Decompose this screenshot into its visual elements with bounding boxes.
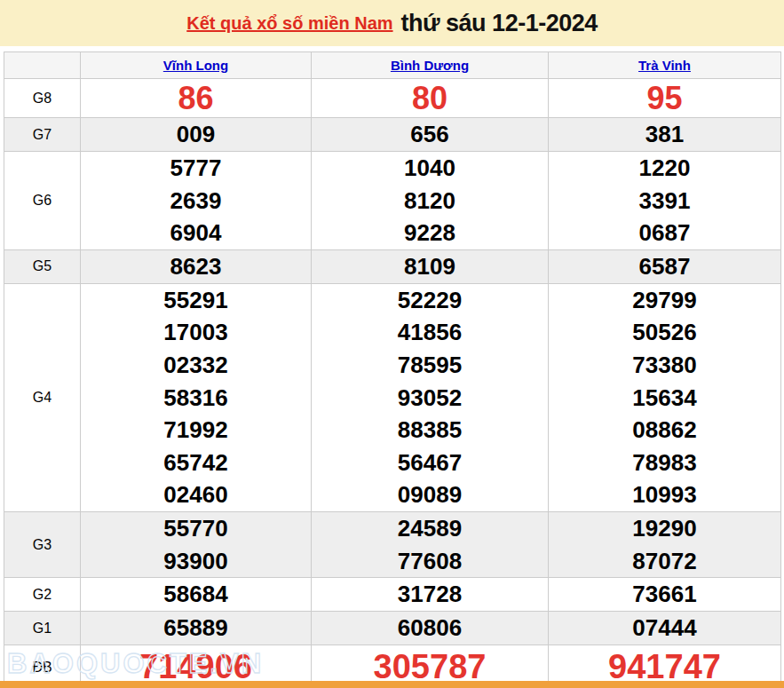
prize-cell: 80 [312,79,549,118]
prize-number: 1040 [312,152,548,185]
prize-label: G2 [4,578,81,612]
prize-number: 78595 [312,349,548,382]
prize-number: 08862 [549,414,780,447]
lottery-results-table: Vĩnh LongBình DươngTrà Vinh G8868095G700… [4,51,781,688]
prize-cell: 381 [549,118,781,152]
prize-number: 78983 [549,447,780,479]
prize-number: 86 [81,79,311,117]
prize-cell: 29799505267338015634088627898310993 [549,283,781,511]
prize-number: 8623 [81,250,311,283]
prize-cell: 07444 [549,612,781,645]
prize-number: 0687 [549,217,780,249]
prize-number: 07444 [549,612,780,645]
prize-number: 88385 [312,414,548,447]
prize-number: 009 [81,118,311,151]
prize-cell: 8623 [81,249,312,283]
prize-number: 95 [549,79,780,117]
prize-label: G4 [4,283,81,511]
prize-number: 19290 [549,512,780,545]
prize-cell: 1929087072 [549,511,781,577]
prize-number: 5777 [81,152,311,185]
prize-number: 1220 [549,152,780,185]
prize-number: 60806 [312,612,548,645]
prize-cell: 104081209228 [312,152,549,250]
prize-number: 55770 [81,512,311,545]
prize-label: G5 [4,249,81,283]
prize-cell: 58684 [81,578,312,612]
province-link-binh-duong[interactable]: Bình Dương [391,58,469,73]
prize-number: 10993 [549,478,780,511]
prize-number: 15634 [549,382,780,415]
prize-number: 41856 [312,316,548,349]
prize-number: 52229 [312,284,548,317]
prize-number: 29799 [549,284,780,317]
province-link-vinh-long[interactable]: Vĩnh Long [163,58,228,73]
prize-number: 656 [312,118,548,151]
prize-number: 73661 [549,578,780,611]
prize-cell: 52229418567859593052883855646709089 [312,283,549,511]
prize-number: 8120 [312,185,548,217]
prize-number: 58316 [81,382,311,415]
prize-cell: 95 [549,79,781,118]
prize-cell: 2458977608 [312,511,549,577]
region-title-link[interactable]: Kết quả xổ số miền Nam [186,13,392,34]
prize-number: 87072 [549,545,780,578]
province-header-row: Vĩnh LongBình DươngTrà Vinh [4,52,781,79]
prize-label: G8 [4,79,81,118]
prize-label: G1 [4,612,81,645]
prize-number: 93900 [81,545,311,578]
prize-label: G6 [4,152,81,250]
prize-number: 381 [549,118,780,151]
prize-cell: 60806 [312,612,549,645]
draw-date-text: thứ sáu 12-1-2024 [401,10,598,37]
prize-row-g2: G2586843172873661 [4,578,781,612]
prize-cell: 5577093900 [81,511,312,577]
prize-number: 02332 [81,349,311,382]
prize-cell: 31728 [312,578,549,612]
prize-number: 6587 [549,250,780,283]
prize-number: 9228 [312,217,548,249]
page-title-banner: Kết quả xổ số miền Nam thứ sáu 12-1-2024 [0,0,784,46]
prize-cell: 009 [81,118,312,152]
prize-cell: 6587 [549,249,781,283]
prize-cell: 65889 [81,612,312,645]
prize-number: 02460 [81,478,311,511]
prize-number: 17003 [81,316,311,349]
bottom-accent-bar [0,681,784,688]
prize-cell: 8109 [312,249,549,283]
prize-cell: 577726396904 [81,152,312,250]
corner-cell [4,52,81,79]
prize-label: G3 [4,511,81,577]
prize-number: 58684 [81,578,311,611]
prize-number: 77608 [312,545,548,578]
prize-number: 50526 [549,316,780,349]
prize-number: 65742 [81,447,311,479]
prize-number: 31728 [312,578,548,611]
prize-cell: 122033910687 [549,152,781,250]
prize-number: 80 [312,79,548,117]
prize-row-g4: G455291170030233258316719926574202460522… [4,283,781,511]
prize-row-g1: G1658896080607444 [4,612,781,645]
prize-row-g8: G8868095 [4,79,781,118]
prize-number: 24589 [312,512,548,545]
province-header: Vĩnh Long [81,52,312,79]
prize-cell: 73661 [549,578,781,612]
prize-number: 65889 [81,612,311,645]
prize-row-g5: G5862381096587 [4,249,781,283]
prize-cell: 55291170030233258316719926574202460 [81,283,312,511]
prize-number: 73380 [549,349,780,382]
prize-number: 56467 [312,447,548,479]
prize-number: 6904 [81,217,311,249]
prize-row-g6: G6577726396904104081209228122033910687 [4,152,781,250]
prize-cell: 86 [81,79,312,118]
prize-number: 2639 [81,185,311,217]
prize-cell: 656 [312,118,549,152]
prize-number: 09089 [312,478,548,511]
prize-number: 55291 [81,284,311,317]
prize-number: 93052 [312,382,548,415]
province-header: Trà Vinh [549,52,781,79]
prize-number: 8109 [312,250,548,283]
province-link-tra-vinh[interactable]: Trà Vinh [638,58,691,73]
prize-number: 3391 [549,185,780,217]
prize-label: G7 [4,118,81,152]
